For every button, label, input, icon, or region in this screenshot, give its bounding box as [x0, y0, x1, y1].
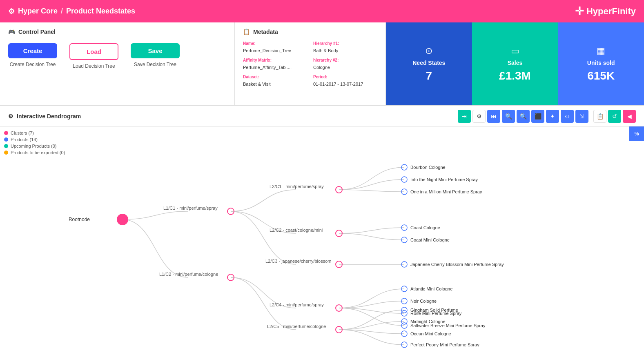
create-btn-group: Create Create Decision Tree — [8, 43, 57, 67]
app-header: ⚙ Hyper Core / Product Needstates ✛ Hype… — [0, 0, 644, 22]
stat-units: ▦ Units sold 615K — [558, 22, 644, 105]
stats-panel: ⊙ Need States 7 ▭ Sales £1.3M ▦ Units so… — [386, 22, 644, 105]
leaf-peony-label: Perfect Peony Mini Perfume Spray — [410, 342, 479, 347]
l1c1-label: L1/C1 - mini/perfume/spray — [163, 206, 218, 211]
rootnode-circle[interactable] — [117, 214, 128, 225]
logo-icon: ✛ — [575, 5, 584, 18]
sales-value: £1.3M — [499, 69, 531, 82]
leaf-coastmini-label: Coast Mini Cologne — [410, 237, 450, 242]
dendrogram-header: ⚙ Interactive Dendrogram ⇥ ⚙ ⏮ 🔍 🔍 ⬛ ✦ ⇔… — [0, 106, 644, 126]
control-panel-icon: 🎮 — [8, 29, 15, 35]
meta-hierarchy1: Hierarchy #1: Bath & Body — [313, 41, 377, 54]
header-slash: / — [61, 7, 63, 16]
meta-affinity: Affinity Matrix: Perfume_Affinity_Tabl..… — [243, 58, 307, 71]
fit-button[interactable]: ⬛ — [531, 110, 544, 123]
leaf-noir-label: Noir Cologne — [410, 299, 437, 304]
settings-button[interactable]: ⚙ — [472, 110, 486, 123]
leaf-intonight-label: Into the Night Mini Perfume Spray — [410, 177, 478, 182]
expand-button[interactable]: ✦ — [546, 110, 559, 123]
l1c2-label: L1/C2 - mini/perfume/cologne — [159, 272, 218, 277]
legend-export: Products to be exported (0) — [4, 150, 65, 155]
fullscreen-button[interactable]: ⇲ — [575, 110, 588, 123]
metadata-panel: 📋 Metadata Name: Perfume_Decision_Tree H… — [235, 22, 386, 105]
leaf-atlantic-label: Atlantic Mini Cologne — [410, 286, 452, 291]
need-states-icon: ⊙ — [425, 46, 432, 56]
hyperfinity-logo: ✛ HyperFinity — [575, 5, 636, 18]
refresh-button[interactable]: ↺ — [608, 110, 621, 123]
legend-products: Products (14) — [4, 137, 65, 142]
metadata-icon: 📋 — [243, 29, 250, 35]
zoom-in-button[interactable]: 🔍 — [502, 110, 515, 123]
zoom-out-button[interactable]: 🔍 — [517, 110, 530, 123]
l2c3-label: L2/C3 - japanese/cherry/blossom — [265, 259, 331, 264]
legend: Clusters (7) Products (14) Upcoming Prod… — [4, 131, 65, 157]
metadata-title: 📋 Metadata — [243, 29, 377, 35]
stat-need-states: ⊙ Need States 7 — [386, 22, 472, 105]
meta-period: Period: 01-01-2017 - 13-07-2017 — [313, 75, 377, 87]
header-subtitle: Product Needstates — [66, 7, 135, 16]
save-label: Save Decision Tree — [134, 62, 176, 67]
clusters-dot — [4, 131, 8, 135]
l2c2-label: L2/C2 - coast/cologne/mini — [270, 228, 323, 233]
products-dot — [4, 137, 8, 142]
l2c1-label: L2/C1 - mini/perfume/spray — [270, 184, 324, 189]
main-content: Clusters (7) Products (14) Upcoming Prod… — [0, 126, 644, 348]
top-row: 🎮 Control Panel Create Create Decision T… — [0, 22, 644, 106]
need-states-value: 7 — [426, 69, 432, 82]
meta-dataset: Dataset: Basket & Visit — [243, 75, 307, 87]
leaf-japcherr-label: Japanese Cherry Blossom Mini Perfume Spr… — [410, 262, 504, 267]
dendrogram-icon: ⚙ — [8, 113, 13, 120]
close-button[interactable]: ◀ — [623, 110, 636, 123]
create-label: Create Decision Tree — [10, 62, 56, 67]
legend-upcoming: Upcoming Products (0) — [4, 144, 65, 149]
sales-icon: ▭ — [511, 46, 519, 56]
units-value: 615K — [587, 69, 615, 82]
share-button[interactable]: ⇥ — [458, 110, 471, 123]
copy-button[interactable]: 📋 — [593, 110, 606, 123]
load-btn-group: Load Load Decision Tree — [69, 43, 118, 69]
leaf-gingham-label: Gingham Solid Perfume — [410, 308, 458, 313]
metadata-grid: Name: Perfume_Decision_Tree Hierarchy #1… — [243, 41, 377, 87]
control-panel: 🎮 Control Panel Create Create Decision T… — [0, 22, 235, 105]
upcoming-dot — [4, 144, 8, 148]
prev-button[interactable]: ⏮ — [487, 110, 500, 123]
save-btn-group: Save Save Decision Tree — [131, 43, 180, 67]
leaf-bourbon-label: Bourbon Cologne — [410, 165, 446, 170]
units-label: Units sold — [587, 60, 615, 66]
leaf-midnight-label: Midnight Cologne — [410, 319, 446, 324]
save-button[interactable]: Save — [131, 43, 180, 58]
brand-name: Hyper Core — [18, 7, 58, 16]
dendrogram-area[interactable]: Clusters (7) Products (14) Upcoming Prod… — [0, 126, 644, 348]
logo-text: HyperFinity — [586, 6, 636, 17]
stat-sales: ▭ Sales £1.3M — [472, 22, 558, 105]
dendrogram-controls: ⇥ ⚙ ⏮ 🔍 🔍 ⬛ ✦ ⇔ ⇲ 📋 ↺ ◀ — [458, 110, 636, 123]
dendrogram-svg: Rootnode L1/C1 - mini/perfume/spray L1/C… — [0, 126, 644, 348]
rootnode-label: Rootnode — [69, 217, 90, 222]
sales-label: Sales — [508, 60, 523, 66]
meta-name: Name: Perfume_Decision_Tree — [243, 41, 307, 54]
meta-hierarchy2: hierarchy #2: Cologne — [313, 58, 377, 71]
leaf-ocean-label: Ocean Mini Cologne — [410, 331, 451, 336]
brand-icon: ⚙ — [8, 7, 15, 16]
collapse-button[interactable]: ⇔ — [561, 110, 574, 123]
l2c5-label: L2/C5 - mini/perfume/cologne — [267, 324, 326, 329]
l2c4-label: L2/C4 - mini/perfume/spray — [270, 302, 324, 307]
leaf-coast-label: Coast Cologne — [410, 225, 440, 230]
control-buttons: Create Create Decision Tree Load Load De… — [8, 43, 226, 69]
legend-clusters: Clusters (7) — [4, 131, 65, 135]
leaf-onemillion-label: One in a Million Mini Perfume Spray — [410, 189, 482, 194]
export-dot — [4, 151, 8, 155]
dendrogram-title: ⚙ Interactive Dendrogram — [8, 113, 81, 120]
control-panel-title: 🎮 Control Panel — [8, 29, 226, 35]
units-icon: ▦ — [597, 46, 605, 56]
percent-button[interactable]: % — [629, 126, 644, 141]
header-brand: ⚙ Hyper Core / Product Needstates — [8, 7, 135, 16]
load-button[interactable]: Load — [69, 43, 118, 60]
create-button[interactable]: Create — [8, 43, 57, 58]
need-states-label: Need States — [412, 60, 445, 66]
load-label: Load Decision Tree — [73, 63, 115, 69]
